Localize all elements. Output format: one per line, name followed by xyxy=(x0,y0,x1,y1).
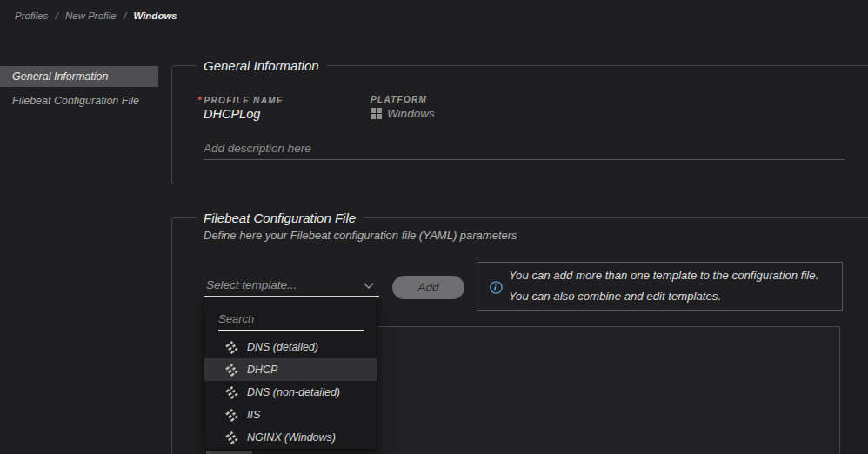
template-select[interactable]: Select template... xyxy=(204,276,379,297)
filebeat-configuration-subtitle: Define here your Filebeat configuration … xyxy=(204,229,517,242)
template-select-placeholder: Select template... xyxy=(206,278,297,291)
dropdown-option-dns-non-detailed[interactable]: DNS (non-detailed) xyxy=(204,381,377,404)
dropdown-option-nginx-windows[interactable]: NGINX (Windows) xyxy=(204,426,377,449)
breadcrumb-item-profiles[interactable]: Profiles xyxy=(15,10,48,21)
beats-template-icon xyxy=(224,386,239,399)
new-profile-windows-screen: Profiles / New Profile / Windows General… xyxy=(0,0,868,454)
info-icon xyxy=(490,281,503,294)
description-input[interactable] xyxy=(204,137,845,160)
chevron-down-icon xyxy=(364,283,374,289)
platform-value: Windows xyxy=(371,107,435,120)
option-label: IIS xyxy=(247,409,260,421)
platform-label: PLATFORM xyxy=(371,95,427,104)
required-asterisk: * xyxy=(197,95,203,105)
beats-template-icon xyxy=(224,431,239,444)
beats-template-icon xyxy=(224,364,239,377)
template-dropdown: DNS (detailed) DHCP xyxy=(204,297,377,450)
breadcrumb: Profiles / New Profile / Windows xyxy=(15,10,177,21)
option-label: DNS (detailed) xyxy=(247,341,318,353)
option-label: DHCP xyxy=(247,364,277,376)
breadcrumb-item-windows: Windows xyxy=(133,10,177,21)
dropdown-option-dns-detailed[interactable]: DNS (detailed) xyxy=(204,336,377,358)
filebeat-configuration-title: Filebeat Configuration File xyxy=(196,210,364,225)
platform-value-label: Windows xyxy=(387,107,435,120)
nav-item-filebeat-configuration-file[interactable]: Filebeat Configuration File xyxy=(0,90,158,111)
info-text-line-1: You can add more than one template to th… xyxy=(509,269,818,282)
general-information-section: General Information *PROFILE NAME DHCPLo… xyxy=(171,65,868,184)
search-underline xyxy=(218,330,364,331)
nav-item-general-information[interactable]: General Information xyxy=(0,66,158,87)
beats-template-icon xyxy=(224,409,239,422)
breadcrumb-item-new-profile[interactable]: New Profile xyxy=(65,10,117,21)
option-label: DNS (non-detailed) xyxy=(247,386,340,398)
general-information-title: General Information xyxy=(196,58,327,73)
info-text-line-2: You can also combine and edit templates. xyxy=(509,290,721,303)
windows-icon xyxy=(371,108,382,119)
add-template-button[interactable]: Add xyxy=(392,276,464,299)
bottom-scroll-thumb[interactable] xyxy=(206,451,252,454)
beats-template-icon xyxy=(224,341,239,354)
option-label: NGINX (Windows) xyxy=(247,431,336,444)
dropdown-option-iis[interactable]: IIS xyxy=(204,404,377,426)
template-search-input[interactable] xyxy=(218,308,364,329)
breadcrumb-separator: / xyxy=(124,10,126,21)
breadcrumb-separator: / xyxy=(56,10,58,21)
template-option-list: DNS (detailed) DHCP xyxy=(204,336,377,449)
profile-name-label: *PROFILE NAME xyxy=(197,95,284,105)
profile-name-value[interactable]: DHCPLog xyxy=(204,107,260,121)
info-box: You can add more than one template to th… xyxy=(477,262,843,311)
dropdown-option-dhcp[interactable]: DHCP xyxy=(204,358,377,381)
